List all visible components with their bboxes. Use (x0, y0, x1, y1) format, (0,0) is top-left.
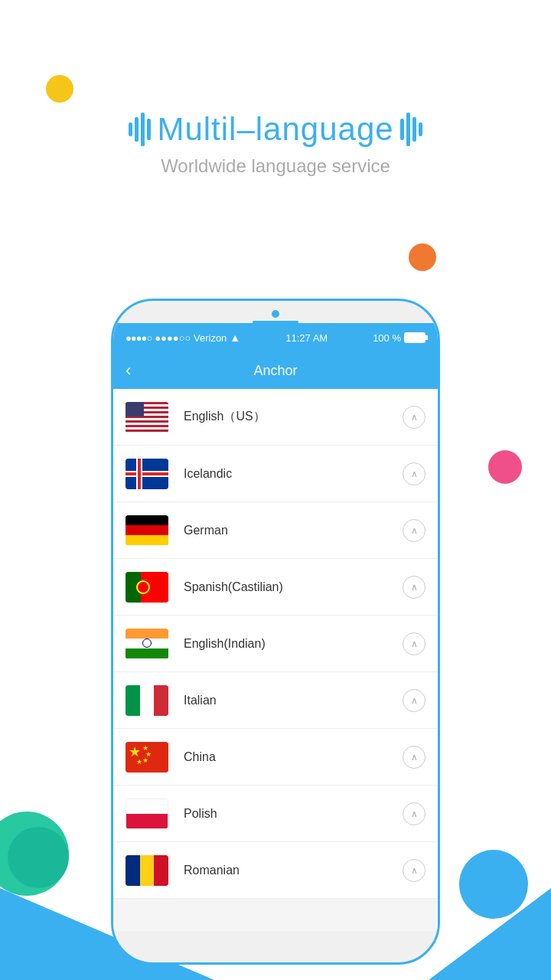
chevron-up-icon[interactable]: ∧ (403, 462, 425, 485)
page-subtitle: Worldwide language service (0, 155, 551, 177)
chevron-up-icon[interactable]: ∧ (403, 802, 425, 825)
language-name: Spanish(Castilian) (184, 580, 403, 594)
bar-4 (147, 119, 151, 140)
language-list: English（US） ∧ Icelandic ∧ (113, 389, 438, 931)
flag-us (126, 402, 168, 433)
status-right: 100 % (373, 332, 425, 344)
page-title: Multil–language (157, 111, 393, 148)
nav-title: Anchor (253, 363, 297, 379)
phone-inner: ●●●●○ ●●●●○○ Verizon ▲ 11:27 AM 100 % ‹ … (113, 323, 438, 931)
sound-bars-left (129, 111, 151, 148)
language-name: China (184, 750, 403, 764)
decorative-dot-blue (459, 850, 528, 919)
list-item[interactable]: Icelandic ∧ (113, 446, 438, 502)
header-title-row: Multil–language (0, 111, 551, 148)
list-item[interactable]: Italian ∧ (113, 672, 438, 729)
chevron-up-icon[interactable]: ∧ (403, 519, 425, 542)
signal-dots: ●●●●○ (126, 332, 152, 344)
bar-5 (400, 119, 404, 140)
chevron-up-icon[interactable]: ∧ (403, 576, 425, 599)
wifi-icon: ▲ (230, 332, 240, 344)
language-name: English（US） (184, 409, 403, 425)
bar-6 (406, 113, 410, 146)
flag-in (126, 629, 168, 659)
flag-es (126, 572, 168, 603)
list-item[interactable]: ★ ★ ★ ★ ★ China ∧ (113, 729, 438, 786)
chevron-up-icon[interactable]: ∧ (403, 859, 425, 882)
bar-3 (141, 113, 145, 146)
language-name: English(Indian) (184, 637, 403, 651)
chevron-up-icon[interactable]: ∧ (403, 746, 425, 769)
header: Multil–language Worldwide language servi… (0, 111, 551, 177)
list-item[interactable]: German ∧ (113, 502, 438, 559)
list-item[interactable]: Polish ∧ (113, 786, 438, 842)
battery-percent: 100 % (373, 332, 401, 344)
sound-bars-right (400, 111, 422, 148)
bar-7 (412, 117, 416, 142)
bar-2 (135, 117, 139, 142)
decorative-dot-yellow (46, 75, 73, 103)
carrier-name: ●●●●○○ Verizon (155, 332, 227, 344)
flag-is (126, 459, 168, 489)
bar-1 (129, 122, 132, 136)
chevron-up-icon[interactable]: ∧ (403, 632, 425, 655)
language-name: Italian (184, 694, 403, 707)
flag-ro (126, 855, 168, 886)
status-left: ●●●●○ ●●●●○○ Verizon ▲ (126, 332, 240, 344)
chevron-up-icon[interactable]: ∧ (403, 689, 425, 712)
phone-frame: ●●●●○ ●●●●○○ Verizon ▲ 11:27 AM 100 % ‹ … (111, 299, 440, 965)
flag-it (126, 685, 168, 716)
language-name: Polish (184, 807, 403, 821)
battery-icon (404, 332, 425, 343)
language-name: Icelandic (184, 467, 403, 481)
list-item[interactable]: Romanian ∧ (113, 842, 438, 899)
decorative-dot-pink (488, 450, 522, 484)
phone-top-decoration (113, 301, 438, 323)
list-item[interactable]: English（US） ∧ (113, 389, 438, 446)
flag-cn: ★ ★ ★ ★ ★ (126, 742, 168, 773)
flag-pl (126, 799, 168, 829)
battery-fill (406, 334, 424, 341)
bar-8 (419, 122, 422, 136)
chevron-up-icon[interactable]: ∧ (403, 406, 425, 429)
decorative-dot-orange (409, 243, 436, 271)
flag-de (126, 515, 168, 546)
language-name: Romanian (184, 864, 403, 877)
status-time: 11:27 AM (285, 332, 328, 344)
list-item[interactable]: English(Indian) ∧ (113, 616, 438, 672)
nav-bar: ‹ Anchor (113, 352, 438, 389)
status-bar: ●●●●○ ●●●●○○ Verizon ▲ 11:27 AM 100 % (113, 323, 438, 352)
back-button[interactable]: ‹ (126, 361, 131, 381)
language-name: German (184, 524, 403, 537)
list-item[interactable]: Spanish(Castilian) ∧ (113, 559, 438, 616)
phone-dot (272, 310, 279, 318)
phone-mockup: ●●●●○ ●●●●○○ Verizon ▲ 11:27 AM 100 % ‹ … (111, 299, 440, 965)
